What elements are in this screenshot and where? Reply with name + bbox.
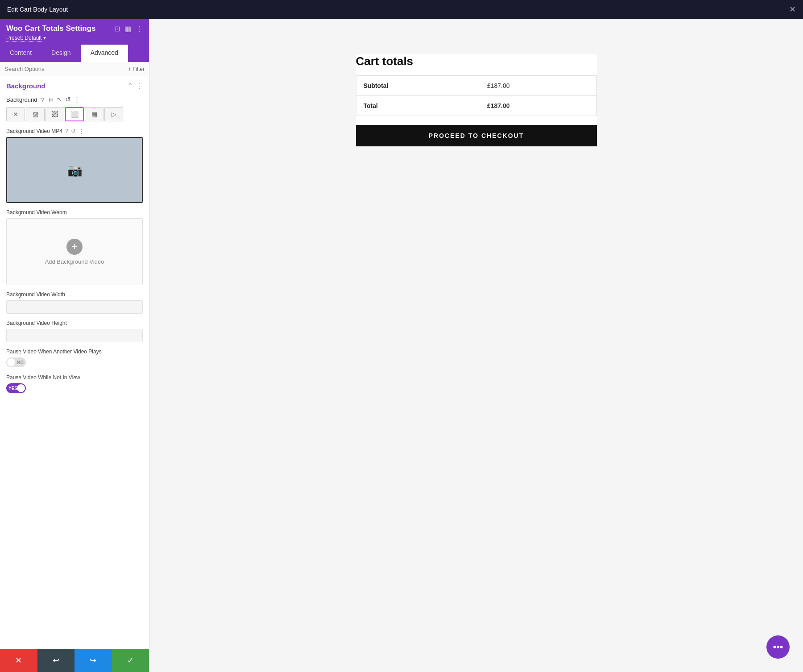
main-layout: Woo Cart Totals Settings ⊡ ▦ ⋮ Preset: D… <box>0 19 803 672</box>
cart-table: Subtotal£187.00Total£187.00 <box>356 75 597 116</box>
cart-row: Total£187.00 <box>356 96 596 116</box>
pause-while-not-toggle-wrap: YES <box>6 383 143 393</box>
pause-when-another-row: Pause Video When Another Video Plays NO <box>6 348 143 367</box>
help-icon[interactable]: ? <box>41 96 44 104</box>
main-content: Cart totals Subtotal£187.00Total£187.00 … <box>149 19 803 672</box>
bg-type-none[interactable]: ✕ <box>6 107 25 121</box>
save-icon: ✓ <box>127 655 134 665</box>
add-background-video-area[interactable]: + Add Background Video <box>6 218 143 285</box>
section-controls: ⌃ ⋮ <box>127 82 143 90</box>
sidebar-content: Background ⌃ ⋮ Background ? 🖥 ↖ ↺ ⋮ <box>0 76 149 649</box>
collapse-icon[interactable]: ⌃ <box>127 82 133 90</box>
video-webm-label-row: Background Video Webm <box>6 209 143 216</box>
pause-while-not-row: Pause Video While Not In View YES <box>6 374 143 393</box>
bg-type-image[interactable]: 🖼 <box>46 107 64 121</box>
top-bar-title: Edit Cart Body Layout <box>7 6 68 13</box>
bg-type-buttons: ✕ ▨ 🖼 ⬜ ▦ ▷ <box>6 107 143 121</box>
cart-totals-card: Cart totals Subtotal£187.00Total£187.00 … <box>356 54 597 146</box>
filter-button[interactable]: + Filter <box>128 66 145 72</box>
video-mp4-label-row: Background Video MP4 ? ↺ ⋮ <box>6 128 143 134</box>
section-title: Background <box>6 82 46 90</box>
mp4-more-icon[interactable]: ⋮ <box>79 128 84 134</box>
pause-while-not-label: Pause Video While Not In View <box>6 374 143 381</box>
toggle-knob <box>7 358 15 366</box>
tab-advanced[interactable]: Advanced <box>81 45 128 62</box>
tab-content[interactable]: Content <box>0 45 41 62</box>
section-header: Background ⌃ ⋮ <box>6 82 143 90</box>
sidebar: Woo Cart Totals Settings ⊡ ▦ ⋮ Preset: D… <box>0 19 149 672</box>
redo-icon: ↪ <box>90 655 96 665</box>
search-bar: + Filter <box>0 62 149 76</box>
floating-action-button[interactable]: ••• <box>766 635 790 659</box>
redo-button[interactable]: ↪ <box>75 649 112 672</box>
tab-design[interactable]: Design <box>41 45 81 62</box>
bottom-toolbar: ✕ ↩ ↪ ✓ <box>0 649 149 672</box>
arrow-icon[interactable]: ↖ <box>57 95 62 104</box>
sidebar-header: Woo Cart Totals Settings ⊡ ▦ ⋮ Preset: D… <box>0 19 149 45</box>
camera-icon: 📷 <box>67 163 83 178</box>
bg-type-color[interactable]: ▨ <box>26 107 45 121</box>
device-icon[interactable]: 🖥 <box>47 96 54 104</box>
add-video-text: Add Background Video <box>45 258 104 265</box>
more-icon[interactable]: ⋮ <box>74 95 80 104</box>
video-width-input[interactable] <box>6 300 143 314</box>
video-mp4-label: Background Video MP4 <box>6 128 62 134</box>
mp4-help-icon[interactable]: ? <box>65 128 68 134</box>
undo-icon: ↩ <box>53 655 59 665</box>
bg-type-slideshow[interactable]: ▷ <box>104 107 123 121</box>
mp4-reset-icon[interactable]: ↺ <box>71 128 76 134</box>
cart-row-value: £187.00 <box>480 96 596 116</box>
background-row: Background ? 🖥 ↖ ↺ ⋮ <box>6 95 143 104</box>
search-input[interactable] <box>4 66 128 72</box>
video-width-label-row: Background Video Width <box>6 291 143 298</box>
checkout-button[interactable]: PROCEED TO CHECKOUT <box>356 125 597 146</box>
bg-type-gradient[interactable]: ▦ <box>85 107 103 121</box>
undo-button[interactable]: ↩ <box>37 649 75 672</box>
add-video-plus-icon: + <box>66 239 83 255</box>
sidebar-title: Woo Cart Totals Settings <box>6 24 96 33</box>
cart-row-value: £187.00 <box>480 76 596 96</box>
video-webm-label: Background Video Webm <box>6 209 67 216</box>
preset-label[interactable]: Preset: Default <box>6 35 41 41</box>
background-label: Background <box>6 96 37 103</box>
tabs: Content Design Advanced <box>0 45 149 62</box>
save-button[interactable]: ✓ <box>112 649 149 672</box>
close-icon: ✕ <box>15 655 22 665</box>
fab-dots-icon: ••• <box>773 641 783 653</box>
sidebar-title-row: Woo Cart Totals Settings ⊡ ▦ ⋮ <box>6 24 143 33</box>
top-bar-close[interactable]: ✕ <box>789 4 796 14</box>
toggle-no-text: NO <box>17 360 24 365</box>
cart-totals-title: Cart totals <box>356 54 597 68</box>
video-width-label: Background Video Width <box>6 291 65 298</box>
reset-icon[interactable]: ↺ <box>65 95 71 104</box>
pause-when-another-label: Pause Video When Another Video Plays <box>6 348 143 355</box>
layout-icon[interactable]: ▦ <box>124 25 131 33</box>
video-height-label-row: Background Video Height <box>6 320 143 326</box>
video-thumbnail[interactable]: 📷 <box>6 137 143 203</box>
more-options-icon[interactable]: ⋮ <box>136 25 143 33</box>
close-button[interactable]: ✕ <box>0 649 37 672</box>
bg-type-video[interactable]: ⬜ <box>65 107 84 121</box>
cart-row-label: Total <box>356 96 480 116</box>
pause-when-another-toggle-wrap: NO <box>6 357 143 367</box>
sidebar-title-icons: ⊡ ▦ ⋮ <box>114 25 143 33</box>
toggle-yes-text: YES <box>8 386 17 391</box>
pause-when-another-toggle[interactable]: NO <box>6 357 26 367</box>
video-height-input[interactable] <box>6 329 143 342</box>
pause-while-not-toggle[interactable]: YES <box>6 383 26 393</box>
toggle-knob-on <box>17 384 25 392</box>
cart-row-label: Subtotal <box>356 76 480 96</box>
section-more-icon[interactable]: ⋮ <box>136 82 143 90</box>
background-icons: ? 🖥 ↖ ↺ ⋮ <box>41 95 80 104</box>
top-bar: Edit Cart Body Layout ✕ <box>0 0 803 19</box>
preset-row: Preset: Default ▾ <box>6 35 143 41</box>
video-height-label: Background Video Height <box>6 320 67 326</box>
responsive-icon[interactable]: ⊡ <box>114 25 120 33</box>
cart-row: Subtotal£187.00 <box>356 76 596 96</box>
